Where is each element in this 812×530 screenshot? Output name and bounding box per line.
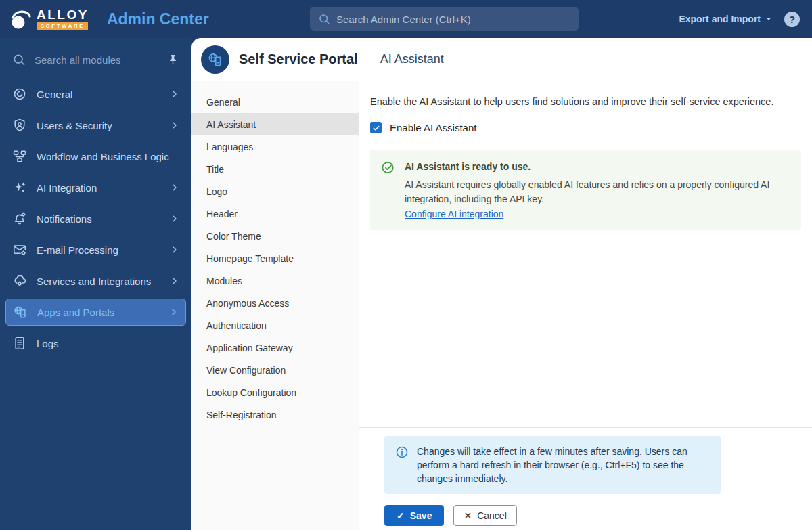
sidebar-nav: GeneralUsers & SecurityWorkflow and Busi… — [0, 79, 191, 359]
caret-down-icon — [764, 14, 773, 24]
content-panel: Self Service Portal AI Assistant General… — [191, 38, 812, 530]
ai-ready-title: AI Assistant is ready to use. — [405, 160, 790, 173]
logo-text-software: SOFTWARE — [37, 22, 88, 30]
save-info-note: Changes will take effect in a few minute… — [384, 436, 721, 494]
check-icon: ✓ — [397, 511, 405, 521]
close-icon: ✕ — [464, 511, 472, 521]
workflow-icon — [12, 149, 27, 164]
sidebar-item-services-and-integrations[interactable]: Services and Integrations — [0, 265, 191, 296]
module-search-box[interactable] — [0, 45, 191, 74]
enable-ai-assistant-label: Enable AI Assistant — [390, 122, 476, 133]
subnav-item-self-registration[interactable]: Self-Registration — [191, 403, 359, 426]
ai-ready-panel: AI Assistant is ready to use. AI Assista… — [370, 150, 801, 230]
sidebar-item-label: Services and Integrations — [37, 275, 160, 287]
sidebar-item-label: Logs — [37, 338, 179, 349]
sidebar-item-label: Notifications — [37, 213, 160, 225]
notifications-icon — [12, 211, 27, 226]
sidebar-item-ai-integration[interactable]: AI Integration — [0, 172, 191, 203]
admin-search-box[interactable] — [310, 7, 579, 31]
search-icon — [12, 53, 26, 66]
sidebar-item-label: General — [37, 89, 160, 100]
save-info-text: Changes will take effect in a few minute… — [417, 445, 704, 485]
export-import-label: Export and Import — [679, 14, 761, 24]
topbar: ALLOY SOFTWARE Admin Center Export and I… — [0, 0, 812, 38]
subnav-item-languages[interactable]: Languages — [191, 135, 359, 158]
feature-description: Enable the AI Assistant to help users fi… — [370, 96, 801, 107]
cancel-button-label: Cancel — [477, 510, 507, 521]
subnav-item-general[interactable]: General — [191, 91, 359, 113]
alloy-logo: ALLOY SOFTWARE — [9, 7, 89, 31]
sidebar-item-logs[interactable]: Logs — [0, 328, 191, 359]
enable-ai-assistant-row[interactable]: Enable AI Assistant — [370, 122, 801, 133]
save-button[interactable]: ✓ Save — [384, 505, 444, 526]
sidebar-item-e-mail-processing[interactable]: E-mail Processing — [0, 234, 191, 265]
module-search-input[interactable] — [35, 54, 158, 66]
chevron-right-icon — [170, 89, 179, 99]
chevron-right-icon — [169, 307, 179, 317]
users-security-icon — [12, 118, 27, 133]
email-processing-icon — [12, 242, 27, 257]
page-header: Self Service Portal AI Assistant — [191, 38, 812, 81]
subnav: GeneralAI AssistantLanguagesTitleLogoHea… — [191, 81, 359, 530]
subnav-item-homepage-template[interactable]: Homepage Template — [191, 247, 359, 269]
logo-text-alloy: ALLOY — [37, 8, 89, 21]
sidebar-item-label: Apps and Portals — [37, 307, 160, 318]
page-header-divider — [369, 49, 369, 70]
alloy-logo-wordmark: ALLOY SOFTWARE — [37, 8, 89, 30]
page-subtitle: AI Assistant — [380, 52, 444, 66]
search-icon — [318, 13, 330, 25]
sidebar-item-apps-and-portals[interactable]: Apps and Portals — [5, 299, 186, 326]
save-button-label: Save — [410, 510, 432, 521]
subnav-item-view-configuration[interactable]: View Configuration — [191, 359, 359, 381]
info-icon — [395, 445, 409, 459]
pin-sidebar-icon[interactable] — [166, 53, 179, 66]
configure-ai-integration-link[interactable]: Configure AI integration — [405, 208, 503, 219]
chevron-right-icon — [170, 245, 179, 255]
export-import-menu[interactable]: Export and Import — [679, 14, 773, 24]
subnav-item-modules[interactable]: Modules — [191, 269, 359, 292]
app-title: Admin Center — [107, 10, 209, 28]
subnav-item-anonymous-access[interactable]: Anonymous Access — [191, 292, 359, 314]
admin-search-input[interactable] — [336, 14, 570, 25]
subnav-item-application-gateway[interactable]: Application Gateway — [191, 336, 359, 359]
subnav-item-lookup-configuration[interactable]: Lookup Configuration — [191, 381, 359, 403]
page-title: Self Service Portal — [239, 51, 358, 67]
subnav-item-header[interactable]: Header — [191, 202, 359, 225]
help-icon: ? — [789, 14, 795, 25]
self-service-portal-icon — [201, 45, 229, 74]
sidebar-item-workflow-and-business-logic[interactable]: Workflow and Business Logic — [0, 141, 191, 172]
subnav-item-logo[interactable]: Logo — [191, 180, 359, 202]
sidebar-item-users-security[interactable]: Users & Security — [0, 110, 191, 141]
general-icon — [12, 87, 27, 102]
subnav-item-color-theme[interactable]: Color Theme — [191, 225, 359, 247]
topbar-actions: Export and Import ? — [679, 12, 800, 27]
chevron-right-icon — [170, 214, 179, 223]
sidebar-item-label: Users & Security — [37, 120, 160, 131]
services-integrations-icon — [12, 273, 27, 288]
sidebar-item-label: AI Integration — [37, 182, 160, 194]
chevron-right-icon — [170, 276, 179, 286]
success-check-icon — [381, 160, 395, 175]
subnav-item-authentication[interactable]: Authentication — [191, 314, 359, 336]
enable-ai-assistant-checkbox[interactable] — [370, 122, 382, 133]
cancel-button[interactable]: ✕ Cancel — [453, 505, 516, 526]
portal-glyph-icon — [207, 51, 223, 68]
action-buttons: ✓ Save ✕ Cancel — [384, 505, 812, 526]
logs-icon — [12, 336, 27, 351]
alloy-logo-icon — [9, 7, 32, 31]
admin-center-app: ALLOY SOFTWARE Admin Center Export and I… — [0, 0, 812, 530]
main-pane: Enable the AI Assistant to help users fi… — [359, 81, 812, 530]
sidebar-item-label: E-mail Processing — [37, 244, 160, 256]
settings-area: Enable the AI Assistant to help users fi… — [359, 81, 812, 427]
chevron-right-icon — [170, 183, 179, 192]
chevron-right-icon — [170, 120, 179, 130]
sidebar-item-notifications[interactable]: Notifications — [0, 203, 191, 234]
subnav-item-ai-assistant[interactable]: AI Assistant — [191, 113, 359, 135]
sidebar-item-general[interactable]: General — [0, 79, 191, 110]
topbar-divider — [97, 10, 97, 28]
ai-ready-content: AI Assistant is ready to use. AI Assista… — [405, 160, 790, 220]
subnav-item-title[interactable]: Title — [191, 158, 359, 180]
apps-portals-icon — [13, 305, 28, 319]
ai-ready-body: AI Assistant requires globally enabled A… — [405, 178, 790, 206]
help-button[interactable]: ? — [784, 12, 800, 27]
